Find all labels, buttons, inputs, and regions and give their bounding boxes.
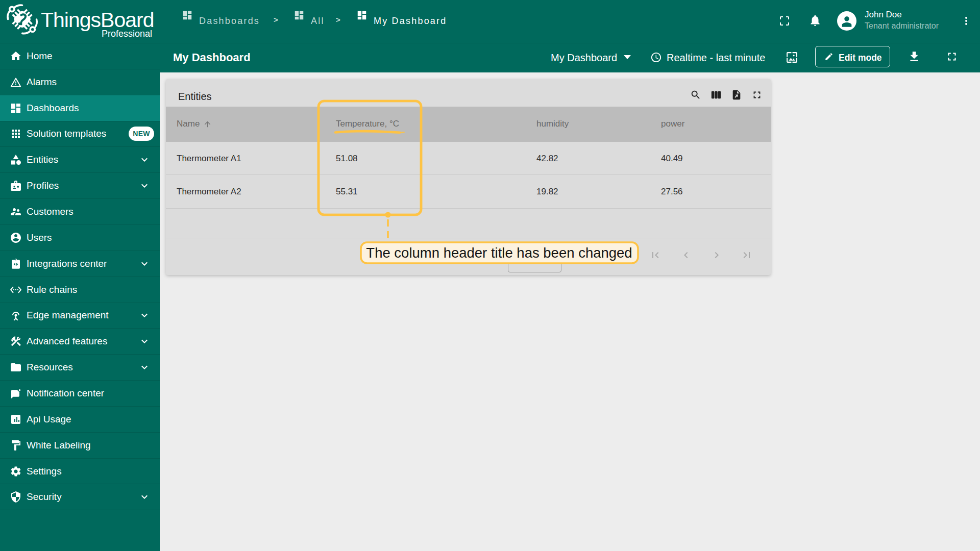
svg-text:Professional: Professional [102, 29, 152, 39]
